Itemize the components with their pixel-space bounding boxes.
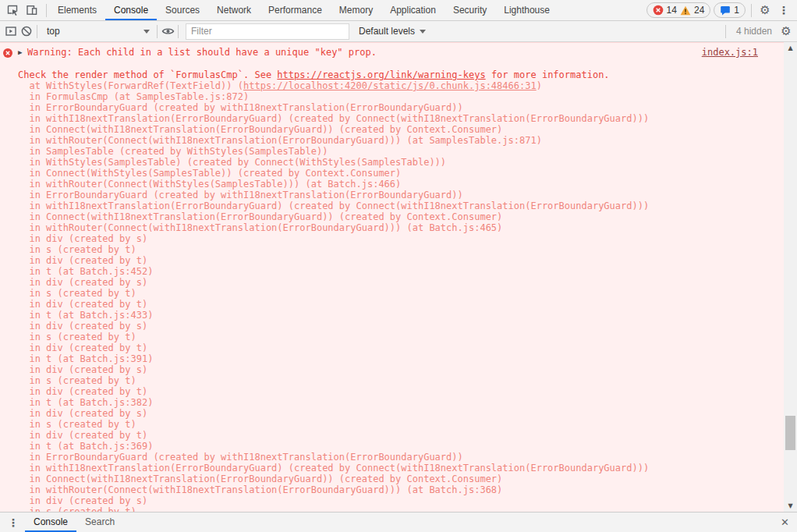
clear-console-icon[interactable] <box>19 23 34 39</box>
settings-gear-icon[interactable]: ⚙ <box>757 2 773 18</box>
tab-sources[interactable]: Sources <box>157 0 208 20</box>
source-link[interactable]: https://reactjs.org/link/warning-keys <box>277 69 485 80</box>
drawer-menu-icon[interactable]: ⋮ <box>0 515 25 530</box>
divider <box>751 4 752 17</box>
stack-line: in withRouter(Connect(withI18nextTransla… <box>18 484 797 495</box>
stack-line: in s (created by t) <box>18 288 797 299</box>
divider <box>46 4 47 17</box>
scroll-up-icon[interactable]: ▲ <box>784 44 797 51</box>
source-link[interactable]: index.js:1 <box>702 47 758 59</box>
error-circle-icon <box>653 5 664 16</box>
source-link[interactable]: https://localhost:4200/static/js/0.chunk… <box>243 80 537 91</box>
stack-line: in withRouter(Connect(withI18nextTransla… <box>18 135 797 146</box>
stack-line: in t (at Batch.js:433) <box>18 310 797 321</box>
stack-line: in div (created by s) <box>18 364 797 375</box>
warning-count: 24 <box>694 5 704 16</box>
inspect-element-icon[interactable] <box>5 2 20 18</box>
close-drawer-icon[interactable]: ✕ <box>773 516 797 528</box>
tab-network[interactable]: Network <box>208 0 260 20</box>
drawer-bar: ⋮ ConsoleSearch ✕ <box>0 512 797 532</box>
stack-line: in Connect(withI18nextTranslation(ErrorB… <box>18 473 797 484</box>
stack-line: in SamplesTable (created by WithStyles(S… <box>18 146 797 157</box>
hidden-messages-count: 4 hidden <box>728 26 778 37</box>
stack-line: in t (at Batch.js:369) <box>18 441 797 452</box>
devtools-window: ElementsConsoleSourcesNetworkPerformance… <box>0 0 797 532</box>
divider <box>178 25 179 38</box>
message-count: 1 <box>734 5 739 16</box>
stack-line: in s (created by t) <box>18 506 797 512</box>
stack-line: in s (created by t) <box>18 419 797 430</box>
stack-line: in t (at Batch.js:391) <box>18 353 797 364</box>
divider <box>157 25 158 38</box>
stack-line: in div (created by t) <box>18 255 797 266</box>
stack-line: in withI18nextTranslation(ErrorBoundaryG… <box>18 200 797 211</box>
stack-line: in div (created by t) <box>18 430 797 441</box>
stack-line <box>18 59 797 69</box>
stack-line: in ErrorBoundaryGuard (created by withI1… <box>18 102 797 113</box>
console-toolbar: top Default levels 4 hidden ⚙ <box>0 21 797 42</box>
tab-console[interactable]: Console <box>25 512 76 532</box>
stack-line: in div (created by s) <box>18 321 797 332</box>
topbar-left-icons <box>0 2 44 18</box>
device-toolbar-icon[interactable] <box>24 2 40 18</box>
stack-line: in withRouter(Connect(WithStyles(Samples… <box>18 179 797 190</box>
console-stack: Check the render method of `FormulasCmp`… <box>18 59 797 512</box>
vertical-scrollbar[interactable]: ▲ ▼ <box>784 42 797 512</box>
stack-line: in s (created by t) <box>18 375 797 386</box>
stack-line: in div (created by s) <box>18 277 797 288</box>
stack-line: Check the render method of `FormulasCmp`… <box>18 69 797 80</box>
tab-elements[interactable]: Elements <box>49 0 105 20</box>
console-sidebar-icon[interactable] <box>3 23 19 39</box>
devtools-tab-bar: ElementsConsoleSourcesNetworkPerformance… <box>0 0 797 21</box>
tab-memory[interactable]: Memory <box>331 0 381 20</box>
console-messages: ▶ Warning: Each child in a list should h… <box>0 42 797 512</box>
stack-line: in t (at Batch.js:382) <box>18 397 797 408</box>
stack-line: in Connect(withI18nextTranslation(ErrorB… <box>18 124 797 135</box>
stack-line: in div (created by t) <box>18 299 797 310</box>
tab-lighthouse[interactable]: Lighthouse <box>495 0 558 20</box>
stack-line: in div (created by s) <box>18 495 797 506</box>
context-selector-value: top <box>47 26 60 37</box>
tab-search[interactable]: Search <box>76 512 123 532</box>
console-settings-gear-icon[interactable]: ⚙ <box>778 23 794 39</box>
scroll-down-icon[interactable]: ▼ <box>784 502 797 509</box>
log-levels-dropdown[interactable]: Default levels <box>354 26 430 37</box>
stack-line: in t (at Batch.js:452) <box>18 266 797 277</box>
divider <box>37 25 37 38</box>
message-bubble-icon <box>720 5 731 16</box>
stack-line: in s (created by t) <box>18 332 797 342</box>
divider <box>725 25 726 38</box>
stack-line: in Connect(WithStyles(SamplesTable)) (cr… <box>18 168 797 179</box>
messages-badge[interactable]: 1 <box>714 2 746 18</box>
stack-line: in ErrorBoundaryGuard (created by withI1… <box>18 452 797 463</box>
main-menu-icon[interactable]: ⋮ <box>776 2 792 18</box>
stack-line: in withI18nextTranslation(ErrorBoundaryG… <box>18 113 797 124</box>
devtools-tabs: ElementsConsoleSourcesNetworkPerformance… <box>49 0 558 20</box>
warning-triangle-icon <box>680 5 691 16</box>
context-selector[interactable]: top <box>40 23 154 40</box>
stack-line: in withRouter(Connect(withI18nextTransla… <box>18 222 797 233</box>
chevron-down-icon <box>143 30 150 34</box>
error-message-text: Warning: Each child in a list should hav… <box>27 47 377 59</box>
live-expression-eye-icon[interactable] <box>160 23 175 39</box>
stack-line: in div (created by s) <box>18 233 797 244</box>
stack-line: in FormulasCmp (at SamplesTable.js:872) <box>18 91 797 102</box>
stack-line: in s (created by t) <box>18 244 797 255</box>
expand-arrow-icon[interactable]: ▶ <box>18 47 27 59</box>
stack-line: in ErrorBoundaryGuard (created by withI1… <box>18 190 797 200</box>
error-count: 14 <box>667 5 677 16</box>
chevron-down-icon <box>420 30 426 34</box>
error-circle-icon <box>3 48 12 58</box>
log-levels-label: Default levels <box>359 26 415 37</box>
stack-line: in div (created by t) <box>18 342 797 353</box>
stack-line: in withI18nextTranslation(ErrorBoundaryG… <box>18 463 797 473</box>
tab-application[interactable]: Application <box>381 0 445 20</box>
scrollbar-thumb[interactable] <box>785 416 795 450</box>
tab-security[interactable]: Security <box>445 0 495 20</box>
stack-line: in div (created by s) <box>18 408 797 419</box>
filter-input[interactable] <box>186 23 349 40</box>
tab-performance[interactable]: Performance <box>260 0 331 20</box>
errors-warnings-badge[interactable]: 14 24 <box>646 2 711 18</box>
tab-console[interactable]: Console <box>105 0 157 20</box>
console-error-message: ▶ Warning: Each child in a list should h… <box>0 42 797 512</box>
